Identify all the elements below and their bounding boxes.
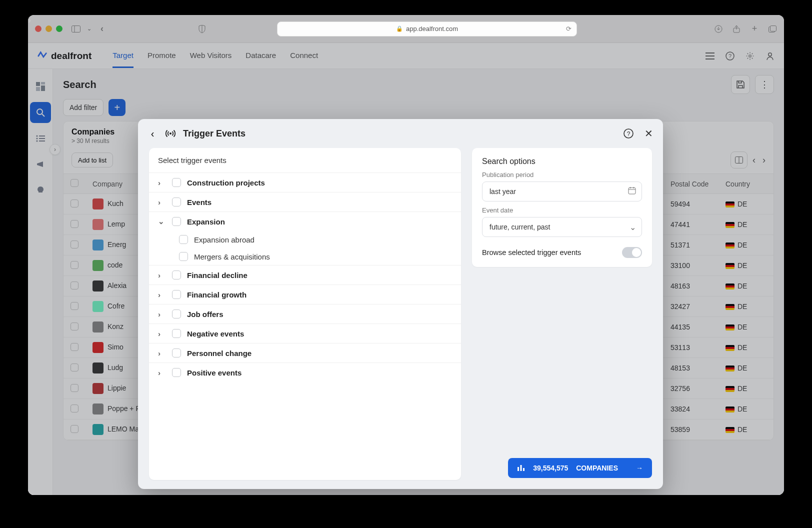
browser-toolbar: ⌄ ‹ › 🔒 app.dealfront.com ⟳ + (28, 15, 784, 43)
category-checkbox[interactable] (172, 178, 181, 187)
trigger-subitem[interactable]: Expansion abroad (149, 231, 461, 248)
category-checkbox[interactable] (172, 329, 181, 338)
modal-title: Trigger Events (183, 128, 246, 139)
category-checkbox[interactable] (172, 270, 181, 280)
workspace: › Search ⋮ Add filter + Companies (28, 69, 784, 495)
app-root: dealfront Target Promote Web Visitors Da… (28, 43, 784, 495)
reload-icon[interactable]: ⟳ (566, 25, 572, 32)
chevron-icon[interactable]: › (158, 368, 166, 377)
category-label: Construction projects (187, 178, 265, 187)
trigger-list-header: Select trigger events (149, 148, 461, 172)
chevron-icon[interactable]: ⌄ (158, 217, 166, 226)
svg-point-28 (170, 132, 172, 134)
trigger-subitem[interactable]: Mergers & acquisitions (149, 248, 461, 265)
arrow-right-icon: → (636, 464, 643, 472)
category-label: Positive events (187, 368, 242, 377)
pub-period-label: Publication period (482, 171, 642, 178)
apply-button[interactable]: 39,554,575 COMPANIES → (508, 458, 652, 478)
subitem-checkbox[interactable] (179, 235, 188, 244)
category-label: Negative events (187, 330, 244, 338)
search-options-card: Search options Publication period Event … (472, 148, 652, 267)
trigger-list-card: Select trigger events ›Construction proj… (149, 148, 461, 480)
search-options-title: Search options (482, 157, 642, 166)
modal-body: Select trigger events ›Construction proj… (138, 148, 663, 489)
chevron-icon[interactable]: › (158, 198, 166, 206)
category-label: Events (187, 198, 212, 206)
modal-close-icon[interactable]: ✕ (643, 128, 654, 139)
subitem-label: Expansion abroad (194, 236, 254, 244)
svg-rect-36 (520, 465, 522, 471)
browse-toggle-label: Browse selected trigger events (482, 248, 581, 256)
url-bar[interactable]: 🔒 app.dealfront.com ⟳ (277, 22, 577, 36)
trigger-tree: ›Construction projects›Events⌄ExpansionE… (149, 172, 461, 386)
trigger-category[interactable]: ›Events (149, 192, 461, 212)
chevron-icon[interactable]: › (158, 310, 166, 318)
trigger-category[interactable]: ›Negative events (149, 324, 461, 343)
trigger-category[interactable]: ⌄Expansion (149, 212, 461, 231)
modal-header: ‹ Trigger Events ? ✕ (138, 119, 663, 148)
trigger-category[interactable]: ›Financial decline (149, 265, 461, 284)
category-checkbox[interactable] (172, 217, 181, 226)
chevron-icon[interactable]: › (158, 290, 166, 299)
subitem-label: Mergers & acquisitions (194, 252, 270, 261)
chart-icon (517, 464, 525, 472)
calendar-icon[interactable] (628, 186, 636, 196)
category-label: Financial decline (187, 271, 248, 280)
modal-back-button[interactable]: ‹ (147, 128, 158, 139)
category-label: Financial growth (187, 290, 246, 299)
broadcast-icon (165, 128, 176, 139)
chevron-icon[interactable]: › (158, 178, 166, 187)
subitem-checkbox[interactable] (179, 252, 188, 261)
lock-icon: 🔒 (396, 26, 403, 32)
chevron-icon[interactable]: › (158, 330, 166, 338)
browser-window: ⌄ ‹ › 🔒 app.dealfront.com ⟳ + dealfront (28, 15, 784, 495)
browse-toggle[interactable] (622, 247, 642, 258)
category-checkbox[interactable] (172, 198, 181, 206)
pub-period-field[interactable] (482, 182, 642, 202)
cta-count: 39,554,575 (533, 464, 568, 472)
pub-period-input[interactable] (482, 182, 642, 202)
trigger-category[interactable]: ›Financial growth (149, 284, 461, 304)
nav-arrows: ‹ › (100, 24, 104, 34)
event-date-field[interactable]: future, current, past ⌄ (482, 217, 642, 237)
svg-rect-37 (523, 468, 524, 471)
trigger-events-modal: ‹ Trigger Events ? ✕ Select trigger even… (138, 119, 663, 489)
category-label: Job offers (187, 310, 224, 318)
svg-rect-35 (518, 467, 519, 471)
browse-toggle-row: Browse selected trigger events (482, 247, 642, 258)
trigger-category[interactable]: ›Personnel change (149, 343, 461, 362)
url-text: app.dealfront.com (406, 25, 458, 32)
category-checkbox[interactable] (172, 310, 181, 318)
event-date-label: Event date (482, 206, 642, 214)
svg-rect-31 (628, 188, 636, 194)
category-checkbox[interactable] (172, 348, 181, 358)
chevron-icon[interactable]: › (158, 349, 166, 358)
category-label: Personnel change (187, 349, 252, 358)
modal-help-icon[interactable]: ? (623, 128, 634, 139)
trigger-category[interactable]: ›Positive events (149, 362, 461, 382)
trigger-category[interactable]: ›Construction projects (149, 172, 461, 192)
svg-text:?: ? (627, 130, 630, 138)
chevron-down-icon[interactable]: ⌄ (630, 222, 636, 232)
category-label: Expansion (187, 218, 225, 226)
chevron-icon[interactable]: › (158, 271, 166, 280)
cta-label: COMPANIES (576, 464, 618, 472)
event-date-select[interactable]: future, current, past (482, 217, 642, 237)
category-checkbox[interactable] (172, 368, 181, 377)
trigger-category[interactable]: ›Job offers (149, 304, 461, 324)
category-checkbox[interactable] (172, 290, 181, 299)
